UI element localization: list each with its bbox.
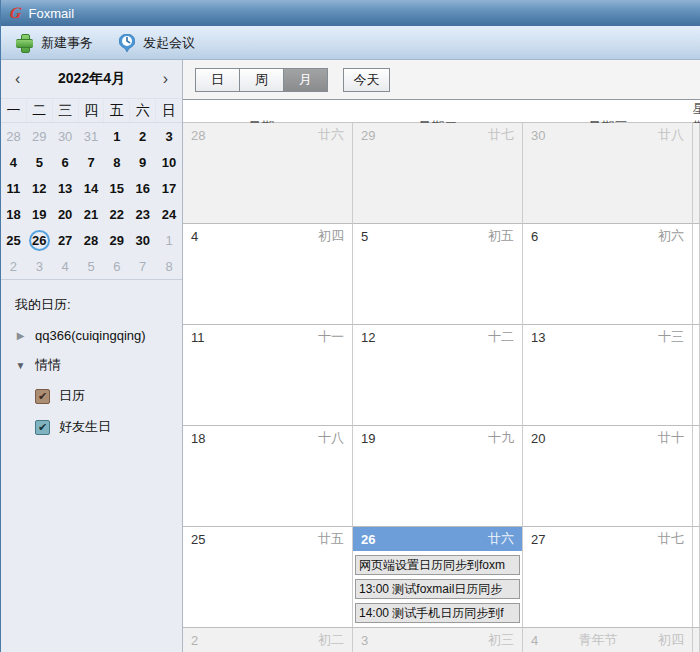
mini-day-7[interactable]: 7 xyxy=(130,253,156,279)
day-cell-6[interactable]: 6初六 xyxy=(523,224,693,325)
day-cell-dateline: 6初六 xyxy=(523,224,692,248)
sidebar-item-account[interactable]: ▶ qq366(cuiqingqing) xyxy=(15,328,168,343)
mini-day-21[interactable]: 21 xyxy=(79,201,105,227)
mini-day-18[interactable]: 18 xyxy=(1,201,27,227)
mini-day-1[interactable]: 1 xyxy=(104,123,130,149)
lunar-label: 十二 xyxy=(488,328,514,346)
day-cell-31[interactable]: 31 xyxy=(693,123,700,224)
day-cell-dateline: 20廿十 xyxy=(523,426,692,450)
lunar-label: 十一 xyxy=(318,328,344,346)
lunar-label: 初六 xyxy=(658,227,684,245)
mini-day-28[interactable]: 28 xyxy=(79,227,105,253)
calendar-checkbox[interactable]: ✔ xyxy=(35,389,50,404)
day-cell-28[interactable]: 28 xyxy=(693,527,700,628)
day-cell-dateline: 28廿六 xyxy=(183,123,352,147)
mini-day-6[interactable]: 6 xyxy=(104,253,130,279)
day-cell-5[interactable]: 5初五 xyxy=(353,224,523,325)
day-cell-21[interactable]: 21 xyxy=(693,426,700,527)
week-view-button[interactable]: 周 xyxy=(239,68,284,92)
account-label: qq366(cuiqingqing) xyxy=(35,328,146,343)
group-label: 情情 xyxy=(35,356,61,374)
mini-day-12[interactable]: 12 xyxy=(27,175,53,201)
event-chip[interactable]: 网页端设置日历同步到foxm xyxy=(355,555,520,575)
mini-day-23[interactable]: 23 xyxy=(130,201,156,227)
mini-day-3[interactable]: 3 xyxy=(156,123,182,149)
day-cell-28[interactable]: 28廿六 xyxy=(183,123,353,224)
day-cell-4[interactable]: 4初四 xyxy=(183,224,353,325)
day-cell-19[interactable]: 19十九 xyxy=(353,426,523,527)
day-cell-14[interactable]: 14 xyxy=(693,325,700,426)
sidebar-item-birthday[interactable]: ✔ 好友生日 xyxy=(15,418,168,436)
mini-day-29[interactable]: 29 xyxy=(104,227,130,253)
lunar-label: 初三 xyxy=(488,631,514,649)
chevron-right-icon[interactable]: ▶ xyxy=(15,330,26,341)
day-cell-11[interactable]: 11十一 xyxy=(183,325,353,426)
mini-day-9[interactable]: 9 xyxy=(130,149,156,175)
mini-day-2[interactable]: 2 xyxy=(130,123,156,149)
start-meeting-button[interactable]: 发起会议 xyxy=(119,34,195,52)
birthday-checkbox[interactable]: ✔ xyxy=(35,420,50,435)
mini-day-19[interactable]: 19 xyxy=(27,201,53,227)
prev-month-button[interactable]: ‹ xyxy=(15,71,20,87)
mini-day-6[interactable]: 6 xyxy=(53,149,79,175)
sidebar-item-group[interactable]: ▼ 情情 xyxy=(15,356,168,374)
day-cell-20[interactable]: 20廿十 xyxy=(523,426,693,527)
day-cell-26[interactable]: 26廿六网页端设置日历同步到foxm13:00 测试foxmail日历同步14:… xyxy=(353,527,523,628)
mini-day-26[interactable]: 26 xyxy=(27,227,53,253)
day-cell-12[interactable]: 12十二 xyxy=(353,325,523,426)
event-chip[interactable]: 13:00 测试foxmail日历同步 xyxy=(355,579,520,599)
day-cell-4[interactable]: 4青年节初四 xyxy=(523,628,693,652)
chevron-down-icon[interactable]: ▼ xyxy=(15,360,26,371)
month-view-button[interactable]: 月 xyxy=(283,68,328,92)
day-cell-7[interactable]: 7 xyxy=(693,224,700,325)
day-cell-27[interactable]: 27廿七 xyxy=(523,527,693,628)
day-cell-29[interactable]: 29廿七 xyxy=(353,123,523,224)
mini-day-16[interactable]: 16 xyxy=(130,175,156,201)
mini-day-17[interactable]: 17 xyxy=(156,175,182,201)
mini-day-5[interactable]: 5 xyxy=(79,253,105,279)
mini-day-14[interactable]: 14 xyxy=(79,175,105,201)
my-calendars-label: 我的日历: xyxy=(15,296,168,314)
mini-day-30[interactable]: 30 xyxy=(130,227,156,253)
mini-day-5[interactable]: 5 xyxy=(27,149,53,175)
mini-day-8[interactable]: 8 xyxy=(104,149,130,175)
mini-day-3[interactable]: 3 xyxy=(27,253,53,279)
sidebar-item-calendar[interactable]: ✔ 日历 xyxy=(15,387,168,405)
mini-day-7[interactable]: 7 xyxy=(79,149,105,175)
mini-day-1[interactable]: 1 xyxy=(156,227,182,253)
next-month-button[interactable]: › xyxy=(163,71,168,87)
mini-day-31[interactable]: 31 xyxy=(79,123,105,149)
day-view-button[interactable]: 日 xyxy=(195,68,240,92)
day-cell-2[interactable]: 2初二 xyxy=(183,628,353,652)
mini-calendar-header: ‹ 2022年4月 › xyxy=(1,60,182,98)
day-cell-13[interactable]: 13十三 xyxy=(523,325,693,426)
day-cell-3[interactable]: 3初三 xyxy=(353,628,523,652)
today-button[interactable]: 今天 xyxy=(343,68,390,92)
mini-date-grid: 2829303112345678910111213141516171819202… xyxy=(1,123,182,280)
my-calendars-section: 我的日历: ▶ qq366(cuiqingqing) ▼ 情情 ✔ 日历 ✔ 好… xyxy=(1,280,182,449)
mini-day-10[interactable]: 10 xyxy=(156,149,182,175)
mini-day-27[interactable]: 27 xyxy=(53,227,79,253)
mini-day-4[interactable]: 4 xyxy=(1,149,27,175)
day-cell-18[interactable]: 18十八 xyxy=(183,426,353,527)
mini-day-11[interactable]: 11 xyxy=(1,175,27,201)
day-cell-30[interactable]: 30廿八 xyxy=(523,123,693,224)
mini-day-2[interactable]: 2 xyxy=(1,253,27,279)
mini-day-20[interactable]: 20 xyxy=(53,201,79,227)
day-cell-5[interactable]: 5 xyxy=(693,628,700,652)
mini-day-29[interactable]: 29 xyxy=(27,123,53,149)
mini-day-28[interactable]: 28 xyxy=(1,123,27,149)
mini-day-8[interactable]: 8 xyxy=(156,253,182,279)
event-chip[interactable]: 14:00 测试手机日历同步到f xyxy=(355,603,520,623)
mini-day-4[interactable]: 4 xyxy=(53,253,79,279)
mini-day-24[interactable]: 24 xyxy=(156,201,182,227)
mini-day-25[interactable]: 25 xyxy=(1,227,27,253)
mini-day-13[interactable]: 13 xyxy=(53,175,79,201)
mini-day-15[interactable]: 15 xyxy=(104,175,130,201)
mini-day-30[interactable]: 30 xyxy=(53,123,79,149)
lunar-label: 十九 xyxy=(488,429,514,447)
mini-day-22[interactable]: 22 xyxy=(104,201,130,227)
day-cell-25[interactable]: 25廿五 xyxy=(183,527,353,628)
new-task-button[interactable]: 新建事务 xyxy=(16,34,93,52)
lunar-label: 初二 xyxy=(318,631,344,649)
